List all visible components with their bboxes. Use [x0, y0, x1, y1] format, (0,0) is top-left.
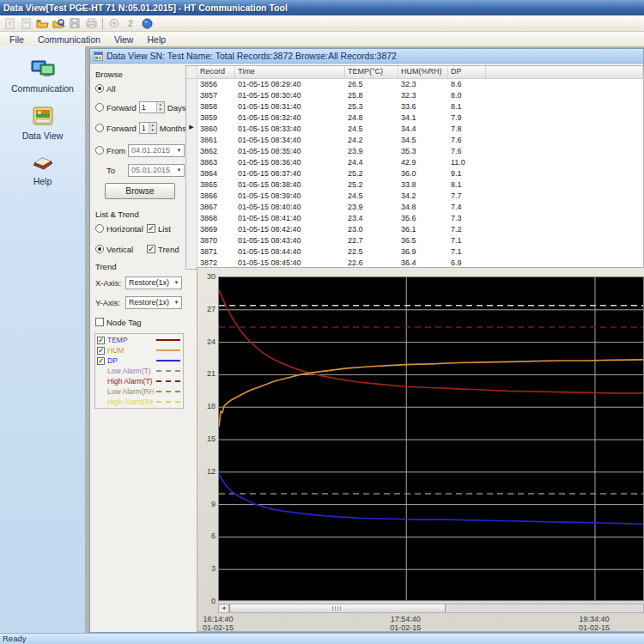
menu-file[interactable]: File	[3, 33, 30, 46]
legend-item: ✓TEMP	[95, 335, 183, 345]
print-icon[interactable]	[84, 17, 98, 30]
column-header[interactable]: TEMP(°C)	[345, 66, 398, 78]
forward-months-radio[interactable]	[95, 124, 104, 132]
chevron-down-icon[interactable]: ▼	[174, 148, 184, 153]
toolbar: 2	[0, 15, 644, 32]
node-tag-checkbox[interactable]	[95, 318, 104, 326]
browse-forward-days-option[interactable]: Forward 1 ▲▼ Days	[95, 101, 186, 113]
from-radio[interactable]	[95, 146, 104, 155]
spinner-arrows-icon[interactable]: ▲▼	[156, 102, 164, 112]
table-header-row: RecordTimeTEMP(°C)HUM(%RH)DP	[186, 66, 643, 79]
table-row[interactable]: ▶386001-05-15 08:33:4024.534.47.8	[186, 124, 643, 135]
table-row[interactable]: 386201-05-15 08:35:4023.935.37.6	[186, 146, 643, 157]
folder-search-icon[interactable]	[52, 17, 65, 30]
y-tick-label: 21	[197, 369, 216, 378]
sidebar-item-communication[interactable]: Communication	[0, 58, 85, 94]
chevron-down-icon[interactable]: ▼	[172, 280, 181, 285]
table-row[interactable]: 386101-05-15 08:34:4024.234.57.6	[186, 135, 643, 146]
row-marker	[186, 235, 197, 246]
spinner-arrows-icon[interactable]: ▲▼	[149, 123, 156, 133]
trend-checkbox[interactable]: ✓	[147, 245, 155, 253]
chevron-down-icon[interactable]: ▼	[172, 300, 181, 305]
browse-from-option[interactable]: From 04.01.2015 ▼	[95, 144, 186, 156]
table-row[interactable]: 386901-05-15 08:42:4023.036.17.2	[186, 224, 643, 235]
child-window-titlebar[interactable]: Data View SN: Test Name: Total Records:3…	[90, 49, 643, 64]
vertical-label: Vertical	[106, 245, 144, 254]
vertical-radio[interactable]	[95, 245, 104, 253]
open-folder-icon[interactable]	[35, 17, 49, 30]
menu-view[interactable]: View	[108, 33, 140, 46]
x-tick-label: 16:14:4001-02-15	[203, 615, 234, 632]
table-row[interactable]: 386701-05-15 08:40:4023.934.87.4	[186, 202, 643, 213]
chart-horizontal-scrollbar[interactable]: ◄	[218, 604, 644, 613]
scroll-left-arrow-icon[interactable]: ◄	[219, 605, 229, 612]
table-cell: 33.6	[398, 101, 448, 112]
column-header[interactable]: Time	[235, 66, 345, 78]
records-table[interactable]: RecordTimeTEMP(°C)HUM(%RH)DP385601-05-15…	[185, 65, 644, 270]
x-axis-select[interactable]: Restore(1x) ▼	[125, 276, 182, 289]
doc-icon[interactable]	[3, 17, 16, 30]
table-row[interactable]: 386601-05-15 08:39:4024.534.27.7	[186, 191, 643, 202]
table-cell: 7.6	[448, 146, 486, 157]
trend-chart[interactable]	[218, 276, 644, 601]
menu-communication[interactable]: Communication	[32, 33, 106, 46]
table-row[interactable]: 386301-05-15 08:36:4024.442.911.0	[186, 157, 643, 168]
table-cell: 7.6	[448, 135, 486, 146]
browse-all-option[interactable]: All	[95, 82, 186, 94]
save-icon[interactable]	[68, 17, 82, 30]
zoom-icon[interactable]	[107, 17, 121, 30]
table-row[interactable]: 385801-05-15 08:31:4025.333.68.1	[186, 101, 643, 112]
table-row[interactable]: 386801-05-15 08:41:4023.435.67.3	[186, 213, 643, 224]
menu-help[interactable]: Help	[141, 33, 172, 46]
from-date-value: 04.01.2015	[129, 146, 174, 155]
forward-days-radio[interactable]	[95, 103, 104, 112]
menu-bar: File Communication View Help	[0, 32, 644, 46]
legend-checkbox[interactable]: ✓	[97, 347, 105, 355]
legend-checkbox[interactable]: ✓	[97, 357, 105, 365]
y-axis-select[interactable]: Restore(1x) ▼	[125, 296, 182, 309]
all-radio[interactable]	[95, 84, 104, 93]
table-cell: 34.1	[398, 112, 448, 124]
sidebar-item-data-view[interactable]: Data View	[0, 106, 85, 141]
table-row[interactable]: 387001-05-15 08:43:4022.736.57.1	[186, 235, 643, 246]
column-header[interactable]: HUM(%RH)	[398, 66, 448, 78]
table-row[interactable]: 386501-05-15 08:38:4025.233.88.1	[186, 179, 643, 191]
scrollbar-thumb[interactable]	[229, 605, 446, 612]
forward-months-stepper[interactable]: 1 ▲▼	[139, 122, 157, 134]
forward-months-value[interactable]: 1	[140, 123, 149, 133]
table-row[interactable]: 385901-05-15 08:32:4024.834.17.9	[186, 112, 643, 124]
table-cell: 8.6	[448, 79, 486, 90]
y-axis-row: Y-Axis: Restore(1x) ▼	[95, 296, 186, 308]
help-icon[interactable]	[140, 17, 154, 30]
forward-days-value[interactable]: 1	[140, 102, 156, 112]
table-cell: 7.3	[448, 213, 486, 224]
horizontal-radio[interactable]	[95, 224, 104, 233]
all-radio-label: All	[106, 84, 116, 94]
doc2-icon[interactable]	[19, 17, 33, 30]
table-cell: 25.2	[345, 179, 398, 191]
table-row[interactable]: 385601-05-15 08:29:4026.532.38.6	[186, 79, 643, 90]
forward-days-stepper[interactable]: 1 ▲▼	[139, 101, 165, 113]
table-cell: 9.1	[448, 168, 486, 179]
list-checkbox[interactable]: ✓	[147, 224, 155, 233]
column-header[interactable]: DP	[448, 66, 486, 78]
table-row[interactable]: 386401-05-15 08:37:4025.236.09.1	[186, 168, 643, 179]
to-date-picker[interactable]: 05.01.2015 ▼	[128, 164, 185, 177]
sidebar-item-label: Communication	[11, 83, 74, 94]
column-header[interactable]: Record	[197, 66, 235, 78]
legend-line-sample	[156, 339, 180, 341]
sidebar-item-help[interactable]: Help	[0, 153, 85, 186]
table-row[interactable]: 385701-05-15 08:30:4025.832.38.0	[186, 90, 643, 101]
trend-group-title: Trend	[95, 262, 186, 271]
window-titlebar[interactable]: Data View[Test PGE-HT 71 N:05.01.2015] -…	[0, 0, 644, 15]
legend-line-sample	[156, 370, 180, 372]
from-date-picker[interactable]: 04.01.2015 ▼	[128, 144, 185, 157]
table-row[interactable]: 387101-05-15 08:44:4022.536.97.1	[186, 246, 643, 258]
browse-forward-months-option[interactable]: Forward 1 ▲▼ Months	[95, 122, 186, 134]
x-tick-label: 17:54:4001-02-15	[390, 615, 421, 632]
browse-button[interactable]: Browse	[105, 183, 175, 199]
table-cell: 25.2	[345, 168, 398, 179]
table-cell: 3857	[197, 90, 235, 101]
chevron-down-icon[interactable]: ▼	[174, 167, 184, 173]
legend-checkbox[interactable]: ✓	[97, 337, 105, 344]
